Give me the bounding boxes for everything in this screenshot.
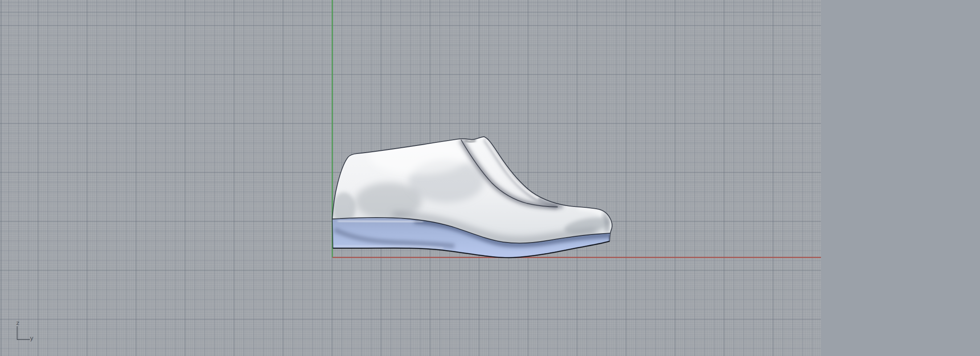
axis-gizmo-z-label: z — [16, 320, 20, 326]
scene-render: z y — [0, 0, 980, 356]
viewport-canvas[interactable]: z y — [0, 0, 980, 356]
axis-gizmo-y-label: y — [30, 335, 33, 341]
axis-gizmo: z y — [16, 320, 34, 341]
axis-gizmo-lines — [17, 326, 30, 340]
